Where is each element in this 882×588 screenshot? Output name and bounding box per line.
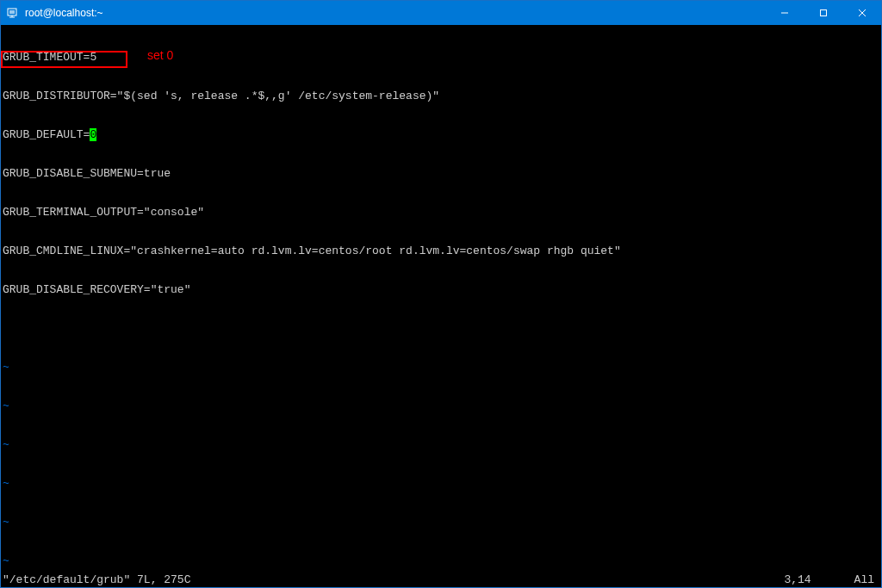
close-button[interactable] (842, 1, 881, 25)
text-line: GRUB_TIMEOUT=5 (3, 51, 879, 64)
vim-tilde: ~ (3, 516, 879, 529)
terminal-content: GRUB_TIMEOUT=5 GRUB_DISTRIBUTOR="$(sed '… (1, 25, 881, 587)
empty-line (3, 322, 879, 335)
putty-icon (6, 6, 20, 20)
text-line: GRUB_DEFAULT=0 (3, 128, 879, 141)
window-controls (765, 1, 881, 25)
vim-status-line: "/etc/default/grub" 7L, 275C 3,14 All (3, 573, 879, 586)
vim-tilde: ~ (3, 438, 879, 451)
cursor: 0 (90, 128, 96, 141)
putty-window: root@localhost:~ GRUB_TIMEOUT=5 GRUB_DIS… (0, 0, 882, 588)
window-titlebar[interactable]: root@localhost:~ (1, 1, 881, 25)
text-line: GRUB_DISABLE_SUBMENU=true (3, 167, 879, 180)
text-line: GRUB_DISTRIBUTOR="$(sed 's, release .*$,… (3, 90, 879, 102)
text-segment: GRUB_DEFAULT= (3, 128, 90, 141)
vim-tilde: ~ (3, 399, 879, 412)
status-scroll-position: All (854, 573, 874, 586)
vim-tilde: ~ (3, 554, 879, 567)
window-title: root@localhost:~ (25, 7, 103, 19)
status-file-info: "/etc/default/grub" 7L, 275C (3, 573, 190, 586)
vim-tilde: ~ (3, 477, 879, 490)
text-line: GRUB_DISABLE_RECOVERY="true" (3, 283, 879, 296)
svg-rect-5 (820, 10, 826, 16)
maximize-button[interactable] (804, 1, 842, 25)
minimize-button[interactable] (765, 1, 804, 25)
svg-rect-1 (9, 10, 15, 14)
terminal-area[interactable]: GRUB_TIMEOUT=5 GRUB_DISTRIBUTOR="$(sed '… (1, 25, 881, 587)
text-line: GRUB_CMDLINE_LINUX="crashkernel=auto rd.… (3, 244, 879, 257)
text-line: GRUB_TERMINAL_OUTPUT="console" (3, 206, 879, 219)
vim-tilde: ~ (3, 361, 879, 374)
status-cursor-position: 3,14 (784, 573, 811, 586)
